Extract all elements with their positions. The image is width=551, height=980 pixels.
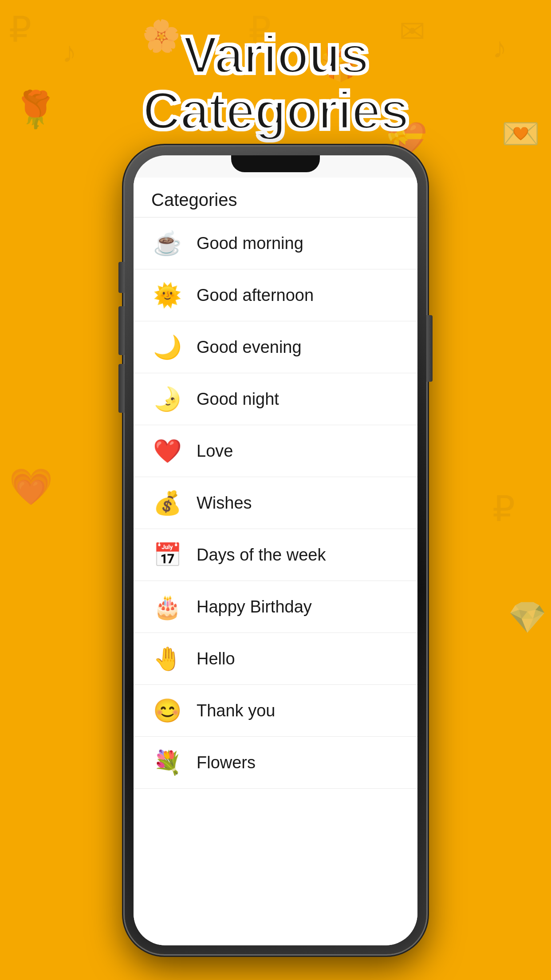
category-item-flowers[interactable]: 💐 Flowers xyxy=(134,737,417,789)
good-evening-label: Good evening xyxy=(197,338,302,357)
category-item-hello[interactable]: 🤚 Hello xyxy=(134,633,417,685)
volume-down-button xyxy=(118,364,125,413)
power-button xyxy=(426,315,433,382)
category-item-love[interactable]: ❤️ Love xyxy=(134,425,417,477)
screen-content: Categories ☕ Good morning 🌞 Good afterno… xyxy=(134,178,417,945)
page-title: Various Categories xyxy=(0,27,551,138)
days-of-week-icon: 📅 xyxy=(151,539,183,571)
love-icon: ❤️ xyxy=(151,435,183,467)
days-of-week-label: Days of the week xyxy=(197,545,326,565)
love-label: Love xyxy=(197,442,233,461)
phone-body: Categories ☕ Good morning 🌞 Good afterno… xyxy=(125,146,426,954)
thank-you-icon: 😊 xyxy=(151,695,183,727)
thank-you-label: Thank you xyxy=(197,701,275,720)
category-item-good-night[interactable]: 🌛 Good night xyxy=(134,373,417,425)
category-item-days-of-week[interactable]: 📅 Days of the week xyxy=(134,529,417,581)
category-item-good-evening[interactable]: 🌙 Good evening xyxy=(134,321,417,373)
phone-mockup: Categories ☕ Good morning 🌞 Good afterno… xyxy=(125,146,426,954)
good-afternoon-label: Good afternoon xyxy=(197,286,314,305)
category-item-good-afternoon[interactable]: 🌞 Good afternoon xyxy=(134,269,417,321)
phone-screen: Categories ☕ Good morning 🌞 Good afterno… xyxy=(134,155,417,945)
good-morning-label: Good morning xyxy=(197,234,303,253)
phone-notch xyxy=(231,155,320,172)
category-item-happy-birthday[interactable]: 🎂 Happy Birthday xyxy=(134,581,417,633)
hello-icon: 🤚 xyxy=(151,643,183,675)
happy-birthday-label: Happy Birthday xyxy=(197,597,312,616)
category-list: ☕ Good morning 🌞 Good afternoon 🌙 Good e… xyxy=(134,217,417,789)
flowers-label: Flowers xyxy=(197,753,256,772)
volume-up-button xyxy=(118,306,125,355)
volume-mute-button xyxy=(118,262,125,293)
header: Various Categories xyxy=(0,27,551,138)
wishes-icon: 💰 xyxy=(151,487,183,519)
flowers-icon: 💐 xyxy=(151,747,183,778)
category-item-wishes[interactable]: 💰 Wishes xyxy=(134,477,417,529)
wishes-label: Wishes xyxy=(197,494,252,513)
good-afternoon-icon: 🌞 xyxy=(151,279,183,311)
good-morning-icon: ☕ xyxy=(151,227,183,259)
screen-title: Categories xyxy=(134,178,417,217)
category-item-good-morning[interactable]: ☕ Good morning xyxy=(134,217,417,269)
good-night-icon: 🌛 xyxy=(151,383,183,415)
good-night-label: Good night xyxy=(197,390,279,409)
happy-birthday-icon: 🎂 xyxy=(151,591,183,623)
category-item-thank-you[interactable]: 😊 Thank you xyxy=(134,685,417,737)
good-evening-icon: 🌙 xyxy=(151,331,183,363)
hello-label: Hello xyxy=(197,649,235,668)
